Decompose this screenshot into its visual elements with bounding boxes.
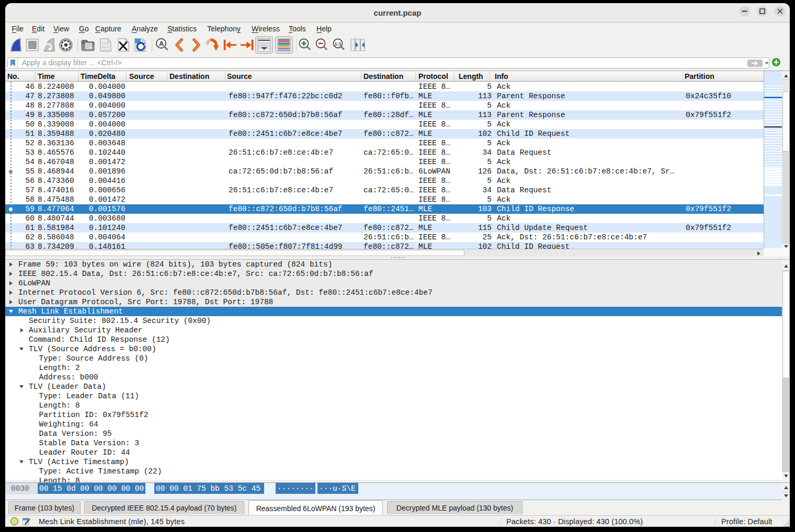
svg-text:0101: 0101: [102, 42, 110, 45]
svg-text:1:1: 1:1: [335, 41, 342, 47]
svg-text:0111: 0111: [102, 49, 110, 52]
svg-text:A: A: [159, 40, 164, 48]
